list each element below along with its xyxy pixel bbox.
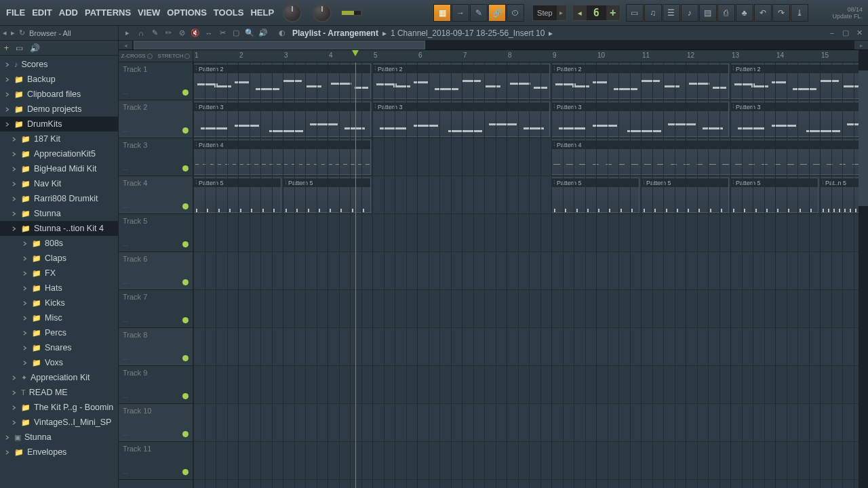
tree-item[interactable]: TREAD ME bbox=[0, 385, 118, 400]
mute-indicator[interactable] bbox=[182, 89, 189, 96]
tree-item[interactable]: ♪Scores bbox=[0, 57, 118, 72]
menu-view[interactable]: VIEW bbox=[134, 5, 163, 20]
overview-left-icon[interactable]: ◂ bbox=[119, 41, 132, 49]
mute-indicator[interactable] bbox=[182, 317, 189, 323]
tree-item[interactable]: 📁Nav Kit bbox=[0, 176, 118, 191]
tree-item[interactable]: 📁Snares bbox=[0, 340, 118, 355]
view-channelrack-button[interactable]: ☰ bbox=[663, 4, 680, 22]
tree-item[interactable]: 📁Hats bbox=[0, 281, 118, 296]
track-header[interactable]: Track 9… bbox=[119, 366, 193, 404]
save-button[interactable]: ⤓ bbox=[791, 4, 808, 22]
menu-add[interactable]: ADD bbox=[56, 5, 81, 20]
track-header[interactable]: Track 5… bbox=[119, 214, 193, 252]
tree-item[interactable]: 📁808s bbox=[0, 236, 118, 251]
track-header[interactable]: Track 11… bbox=[119, 442, 193, 480]
select-tool-icon[interactable]: ▢ bbox=[230, 27, 242, 39]
mute-indicator[interactable] bbox=[182, 127, 189, 134]
pattern-clip[interactable]: ⦙Pattern 2 bbox=[193, 64, 371, 99]
close-icon[interactable]: ✕ bbox=[853, 27, 865, 39]
pattern-clip[interactable]: ⦙Pattern 5 bbox=[730, 178, 818, 213]
view-mixer-button[interactable]: ♪ bbox=[681, 4, 698, 22]
tree-item[interactable]: ▣Stunna bbox=[0, 430, 118, 445]
main-volume-knob[interactable] bbox=[283, 3, 302, 22]
slip-tool-icon[interactable]: ↔ bbox=[203, 27, 215, 39]
pattern-clip[interactable]: ⦙Pattern 4 bbox=[193, 140, 371, 175]
menu-options[interactable]: OPTIONS bbox=[163, 5, 210, 20]
play-icon[interactable]: ▸ bbox=[121, 27, 134, 39]
tree-item[interactable]: 📁AppreciationKit5 bbox=[0, 146, 118, 161]
tree-item[interactable]: 📁Rarri808 Drumkit bbox=[0, 191, 118, 206]
snap-selector[interactable]: Step ▸ bbox=[532, 5, 567, 21]
pattern-clip[interactable]: ⦙Pattern 5 bbox=[551, 178, 639, 213]
view-browser-button[interactable]: ▤ bbox=[699, 4, 717, 22]
pattern-clip[interactable]: ⦙Pattern 2 bbox=[551, 64, 729, 99]
pattern-clip[interactable]: ⦙Pattern 3 bbox=[730, 102, 868, 137]
tree-item[interactable]: 📁Misc bbox=[0, 310, 118, 325]
track-header[interactable]: Track 2… bbox=[119, 100, 193, 138]
slice-tool-icon[interactable]: ✂ bbox=[216, 27, 229, 39]
overdub-button[interactable]: 🔗 bbox=[488, 4, 506, 22]
timeline-overview[interactable]: ◂ ▸ bbox=[119, 41, 868, 50]
pattern-mode-button[interactable]: ▦ bbox=[433, 4, 451, 22]
delete-tool-icon[interactable]: ⊘ bbox=[176, 27, 188, 39]
pattern-clip[interactable]: ⦙Pattern 5 bbox=[193, 178, 281, 213]
view-playlist-button[interactable]: ▭ bbox=[626, 4, 644, 22]
track-header[interactable]: Track 10… bbox=[119, 404, 193, 442]
mute-indicator[interactable] bbox=[182, 165, 189, 171]
tree-item[interactable]: 📁VintageS..I_Mini_SP bbox=[0, 415, 118, 430]
magnet-icon[interactable]: ∩ bbox=[135, 27, 147, 39]
redo-button[interactable]: ↷ bbox=[772, 4, 790, 22]
plugin-button[interactable]: ⎙ bbox=[717, 4, 735, 22]
pattern-clip[interactable]: ⦙Pattern 3 bbox=[551, 102, 729, 137]
pattern-clip[interactable]: ⦙Pattern 2 bbox=[730, 64, 868, 99]
mute-indicator[interactable] bbox=[182, 431, 189, 437]
browser-audio-icon[interactable]: 🔊 bbox=[30, 43, 40, 53]
mute-indicator[interactable] bbox=[182, 241, 189, 247]
overview-right-icon[interactable]: ▸ bbox=[854, 41, 868, 49]
track-header[interactable]: Track 6… bbox=[119, 252, 193, 290]
view-pianoroll-button[interactable]: ♫ bbox=[644, 4, 662, 22]
tree-item[interactable]: 📁Percs bbox=[0, 325, 118, 340]
mute-indicator[interactable] bbox=[182, 279, 189, 285]
browser-reload-icon[interactable]: ↻ bbox=[19, 28, 25, 37]
pattern-clip[interactable]: ⦙Pattern 5 bbox=[641, 178, 729, 213]
menu-help[interactable]: HELP bbox=[247, 5, 277, 20]
pattern-clip[interactable]: ⦙Pattern 4 bbox=[551, 140, 863, 175]
menu-patterns[interactable]: PATTERNS bbox=[81, 5, 134, 20]
tree-item[interactable]: 📁FX bbox=[0, 266, 118, 281]
tree-item[interactable]: 📁BigHead Midi Kit bbox=[0, 161, 118, 176]
track-header[interactable]: Track 1… bbox=[119, 62, 193, 100]
mute-indicator[interactable] bbox=[182, 469, 189, 475]
overview-handle[interactable] bbox=[134, 41, 425, 49]
maximize-icon[interactable]: ▢ bbox=[840, 27, 852, 39]
pattern-number[interactable]: ◂ 6 + bbox=[572, 5, 620, 21]
minimize-icon[interactable]: − bbox=[826, 27, 838, 39]
zoom-tool-icon[interactable]: 🔍 bbox=[243, 27, 256, 39]
ruler-options[interactable]: Z-CROSS STRETCH bbox=[119, 50, 193, 62]
arrangement-icon[interactable]: ◐ bbox=[276, 27, 288, 39]
browser-forward-icon[interactable]: ▸ bbox=[11, 28, 15, 37]
tree-item[interactable]: 📁DrumKits bbox=[0, 117, 118, 131]
tree-item[interactable]: 📁Kicks bbox=[0, 296, 118, 310]
main-pitch-knob[interactable] bbox=[313, 3, 332, 22]
record-button[interactable]: ✎ bbox=[470, 4, 488, 22]
tempo-slider[interactable] bbox=[341, 10, 361, 16]
tree-item[interactable]: 📁Clipboard files bbox=[0, 87, 118, 102]
tree-item[interactable]: 📁Voxs bbox=[0, 355, 118, 370]
timeline-ruler[interactable]: 123456789101112131415 bbox=[193, 50, 868, 62]
pattern-clip[interactable]: ⦙Pat..n 5 bbox=[820, 178, 863, 213]
mute-tool-icon[interactable]: 🔇 bbox=[189, 27, 201, 39]
browser-tree[interactable]: ♪Scores📁Backup📁Clipboard files📁Demo proj… bbox=[0, 56, 118, 488]
menu-file[interactable]: FILE bbox=[3, 5, 28, 20]
track-header[interactable]: Track 7… bbox=[119, 290, 193, 328]
pattern-clip[interactable]: ⦙Pattern 3 bbox=[193, 102, 371, 137]
mute-indicator[interactable] bbox=[182, 355, 189, 361]
tree-item[interactable]: 📁Envelopes bbox=[0, 445, 118, 460]
browser-collapse-icon[interactable]: ▭ bbox=[16, 43, 23, 53]
mute-indicator[interactable] bbox=[182, 393, 189, 399]
mute-indicator[interactable] bbox=[182, 203, 189, 209]
menu-edit[interactable]: EDIT bbox=[28, 5, 56, 20]
browser-back-icon[interactable]: ◂ bbox=[3, 28, 7, 37]
tree-item[interactable]: 📁187 Kit bbox=[0, 131, 118, 146]
metronome-button[interactable]: ⏲ bbox=[507, 4, 524, 22]
